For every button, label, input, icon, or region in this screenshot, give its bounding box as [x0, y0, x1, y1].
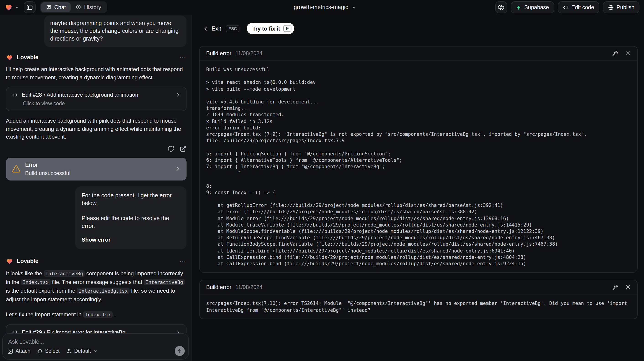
user-message-line: For the code present, I get the error be…	[82, 192, 180, 207]
chevron-down-icon	[14, 5, 19, 9]
inline-code: Index.tsx	[21, 279, 50, 285]
assistant-text: I'll help create an interactive backgrou…	[6, 66, 186, 82]
try-to-fix-label: Try to fix it	[252, 25, 280, 32]
assistant-name: Lovable	[17, 54, 38, 61]
project-title: growth-metrics-magic	[294, 4, 348, 10]
lovable-heart-icon	[6, 257, 13, 265]
build-error-list: Build error 11/08/2024	[199, 46, 638, 319]
inline-code: Index.tsx	[83, 311, 113, 318]
chat-input[interactable]: Ask Lovable...	[8, 339, 44, 345]
message-actions	[6, 145, 186, 152]
code-brackets-icon	[12, 329, 18, 333]
message-more-button[interactable]: ⋯	[180, 54, 186, 61]
select-label: Select	[45, 348, 60, 354]
attach-label: Attach	[16, 348, 30, 354]
send-button[interactable]	[175, 346, 185, 356]
lovable-heart-icon	[6, 54, 13, 61]
supabase-bolt-icon	[516, 4, 522, 10]
error-card-subtitle: Build unsuccessful	[25, 170, 170, 176]
build-error-header: Build error 11/08/2024	[200, 46, 637, 61]
close-icon[interactable]	[625, 285, 631, 290]
supabase-label: Supabase	[524, 4, 549, 10]
composer: Ask Lovable... Attach	[2, 333, 189, 360]
error-card-title: Error	[25, 162, 170, 168]
fix-panel: Exit ESC Try to fix it F Build error 11/…	[192, 14, 644, 361]
crosshair-icon	[37, 348, 43, 354]
supabase-button[interactable]: Supabase	[510, 1, 554, 13]
chevron-right-icon	[175, 92, 180, 97]
exit-label: Exit	[212, 25, 221, 32]
project-title-menu[interactable]: growth-metrics-magic	[294, 0, 357, 14]
globe-icon	[608, 4, 614, 10]
attach-button[interactable]: Attach	[7, 348, 30, 354]
text-segment: Let's fix the import statement in	[6, 311, 83, 318]
app-window: Chat History growth-metrics-magic	[0, 0, 644, 361]
open-preview-icon[interactable]	[180, 145, 186, 152]
chevron-down-icon	[352, 5, 357, 10]
code-brackets-icon	[12, 92, 18, 98]
gear-icon	[498, 4, 504, 11]
esc-key-badge: ESC	[226, 25, 240, 32]
user-message-line: Please edit the code to resolve the erro…	[82, 214, 180, 230]
build-error-title: Build error	[206, 50, 232, 56]
edit-code-button[interactable]: Edit code	[558, 1, 599, 13]
publish-label: Publish	[616, 4, 634, 10]
build-error-log: src/pages/Index.tsx(7,10): error TS2614:…	[200, 295, 637, 319]
restore-icon[interactable]	[168, 145, 174, 152]
assistant-header: Lovable ⋯	[6, 257, 186, 265]
assistant-name: Lovable	[17, 258, 38, 264]
build-error-date: 11/08/2024	[236, 50, 262, 56]
close-icon[interactable]	[625, 51, 631, 56]
tab-chat[interactable]: Chat	[41, 2, 71, 12]
user-message: For the code present, I get the error be…	[75, 186, 186, 249]
inline-code: InteractiveBg	[44, 270, 84, 277]
text-segment: is the default export from the	[6, 287, 77, 294]
edit-code-label: Edit code	[571, 4, 594, 10]
chat-message-list: maybe diagramming points and when you mo…	[0, 14, 192, 333]
try-to-fix-button[interactable]: Try to fix it F	[247, 23, 294, 34]
topbar-actions: Supabase Edit code Publish	[495, 1, 640, 13]
assistant-text: Added an interactive background with pin…	[6, 117, 186, 141]
panel-left-icon	[26, 4, 33, 10]
edit-card-29[interactable]: Edit #29 • Fix import error for Interact…	[6, 324, 186, 333]
chat-bubble-icon	[46, 4, 52, 10]
fix-wrench-icon[interactable]	[612, 50, 618, 56]
top-bar: Chat History growth-metrics-magic	[0, 0, 644, 14]
sliders-icon	[66, 348, 72, 354]
lovable-logo-menu[interactable]	[4, 3, 19, 11]
build-error-card-1: Build error 11/08/2024	[199, 46, 638, 273]
assistant-text: It looks like the InteractiveBg componen…	[6, 269, 186, 304]
text-segment: file. The error message suggests that	[50, 279, 144, 285]
chevron-right-icon	[175, 329, 180, 333]
image-icon	[7, 348, 13, 354]
build-error-log: Build was unsuccessful > vite_react_shad…	[200, 61, 637, 272]
mode-label: Default	[74, 348, 91, 354]
tab-chat-label: Chat	[54, 4, 66, 10]
show-error-link[interactable]: Show error	[82, 236, 180, 244]
edit-card-subtitle: Click to view code	[23, 101, 180, 106]
tab-history-label: History	[84, 4, 101, 10]
message-more-button[interactable]: ⋯	[180, 257, 186, 265]
arrow-up-icon	[177, 348, 182, 354]
edit-card-title: Edit #29 • Fix import error for Interact…	[22, 329, 171, 333]
chevron-down-icon	[93, 349, 98, 353]
build-error-header: Build error 11/08/2024	[200, 281, 637, 295]
edit-card-28[interactable]: Edit #28 • Add interactive background an…	[6, 87, 186, 111]
text-segment: .	[113, 311, 116, 318]
build-error-title: Build error	[206, 284, 232, 291]
mode-select[interactable]: Default	[66, 348, 98, 354]
tab-history[interactable]: History	[71, 2, 106, 12]
build-error-card-2: Build error 11/08/2024	[199, 280, 638, 319]
publish-button[interactable]: Publish	[603, 1, 640, 13]
build-error-date: 11/08/2024	[236, 284, 262, 291]
select-button[interactable]: Select	[37, 348, 60, 354]
chat-history-tabs: Chat History	[40, 1, 107, 13]
error-card[interactable]: Error Build unsuccessful	[6, 157, 186, 180]
fix-wrench-icon[interactable]	[612, 284, 618, 290]
inline-code: InteractiveBg	[144, 279, 185, 285]
exit-button[interactable]: Exit	[203, 25, 221, 32]
settings-button[interactable]	[495, 1, 507, 13]
inline-code: InteractiveBg.tsx	[77, 287, 130, 294]
chevron-left-icon	[203, 26, 208, 31]
sidebar-toggle-button[interactable]	[24, 1, 36, 13]
